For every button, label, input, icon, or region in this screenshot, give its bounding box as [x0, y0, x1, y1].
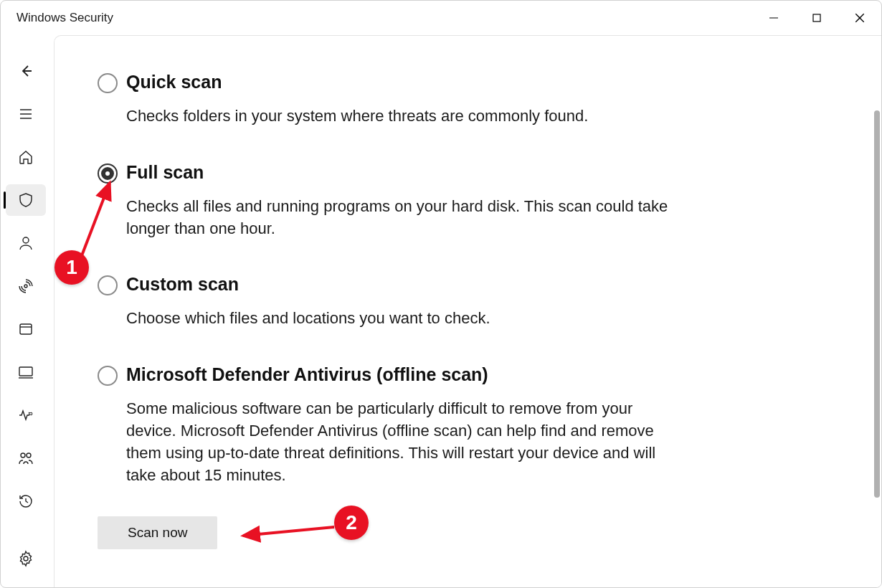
svg-point-8: [23, 237, 29, 243]
annotation-marker-1: 1: [54, 250, 89, 285]
close-button[interactable]: [838, 1, 881, 35]
svg-rect-10: [20, 324, 32, 334]
svg-point-9: [24, 285, 27, 288]
radio-quick-scan[interactable]: [98, 73, 118, 93]
scan-options-list: Quick scan Checks folders in your system…: [54, 36, 714, 564]
option-custom-scan: Custom scan Choose which files and locat…: [98, 274, 671, 330]
app-browser-icon[interactable]: [6, 313, 46, 345]
device-security-icon[interactable]: [6, 356, 46, 388]
window-controls: [752, 1, 881, 34]
option-desc: Choose which files and locations you wan…: [126, 308, 671, 330]
option-title: Microsoft Defender Antivirus (offline sc…: [126, 364, 671, 385]
option-quick-scan: Quick scan Checks folders in your system…: [98, 72, 671, 128]
svg-rect-12: [19, 367, 32, 376]
firewall-icon[interactable]: [6, 270, 46, 302]
option-title: Custom scan: [126, 274, 671, 295]
device-performance-icon[interactable]: [6, 399, 46, 431]
content-area: Quick scan Checks folders in your system…: [54, 35, 881, 587]
svg-point-14: [21, 453, 25, 457]
protection-history-icon[interactable]: [6, 485, 46, 517]
settings-icon[interactable]: [6, 543, 46, 574]
shield-icon[interactable]: [6, 184, 46, 216]
radio-custom-scan[interactable]: [98, 275, 118, 295]
option-desc: Checks all files and running programs on…: [126, 196, 671, 240]
radio-full-scan[interactable]: [98, 163, 118, 184]
home-icon[interactable]: [6, 141, 46, 173]
scan-now-button[interactable]: Scan now: [98, 516, 217, 549]
svg-point-16: [24, 556, 28, 561]
svg-rect-1: [813, 14, 820, 22]
sidebar: [1, 35, 54, 587]
maximize-button[interactable]: [795, 1, 838, 35]
back-button[interactable]: [6, 55, 46, 87]
account-icon[interactable]: [6, 227, 46, 259]
option-desc: Checks folders in your system where thre…: [126, 105, 671, 128]
hamburger-menu-icon[interactable]: [6, 98, 46, 130]
option-desc: Some malicious software can be particula…: [126, 398, 671, 486]
option-title: Quick scan: [126, 72, 671, 93]
scrollbar[interactable]: [874, 110, 880, 498]
titlebar: Windows Security: [1, 1, 881, 35]
window-title: Windows Security: [16, 11, 113, 25]
radio-offline-scan[interactable]: [98, 366, 118, 386]
option-full-scan: Full scan Checks all files and running p…: [98, 162, 671, 240]
family-options-icon[interactable]: [6, 442, 46, 474]
minimize-button[interactable]: [752, 1, 795, 35]
body: Quick scan Checks folders in your system…: [1, 35, 881, 587]
option-title: Full scan: [126, 162, 671, 183]
option-offline-scan: Microsoft Defender Antivirus (offline sc…: [98, 364, 671, 486]
svg-point-15: [27, 453, 31, 457]
annotation-marker-2: 2: [334, 506, 369, 540]
